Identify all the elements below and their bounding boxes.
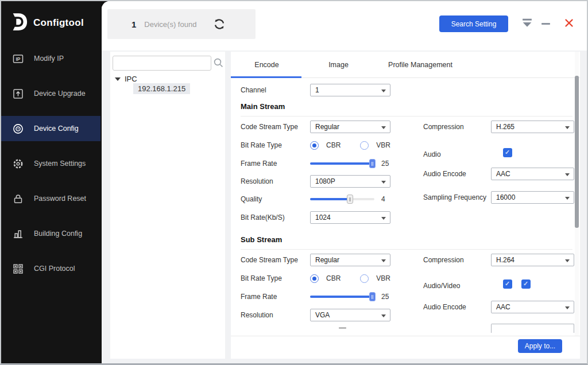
building-config-icon xyxy=(13,228,24,239)
apply-to-button[interactable]: Apply to... xyxy=(518,339,562,353)
devices-found-box: 1 Device(s) found xyxy=(107,9,256,39)
encode-settings-panel: Encode Image Profile Management Channel … xyxy=(231,52,580,359)
chevron-down-icon xyxy=(381,181,386,184)
tree-group-label: IPC xyxy=(125,75,137,83)
app-title: Configtool xyxy=(33,17,84,29)
chevron-down-icon xyxy=(381,217,386,220)
svg-text:IP: IP xyxy=(16,56,20,62)
slider-handle[interactable] xyxy=(369,292,376,301)
ms-compression-select[interactable]: H.265 xyxy=(491,121,574,133)
ms-audio-checkbox[interactable] xyxy=(503,148,512,157)
sidebar-item-label: Device Upgrade xyxy=(34,90,86,98)
tab-profile-management[interactable]: Profile Management xyxy=(374,52,466,77)
tab-encode[interactable]: Encode xyxy=(231,52,303,77)
channel-label: Channel xyxy=(241,84,266,96)
sidebar-item-label: Modify IP xyxy=(34,55,64,63)
close-icon[interactable] xyxy=(564,18,574,28)
password-reset-icon xyxy=(13,193,24,204)
chevron-down-icon xyxy=(381,126,386,129)
cutoff-slider-handle xyxy=(339,327,346,329)
sidebar-item-label: Device Config xyxy=(34,125,79,133)
chevron-down-icon xyxy=(381,259,386,262)
scrollbar-thumb[interactable] xyxy=(575,76,579,228)
ms-sampling-frequency-select[interactable]: 16000 xyxy=(491,191,574,204)
main-area: 1 Device(s) found Search Setting xyxy=(102,1,587,363)
device-upgrade-icon xyxy=(13,88,24,99)
tab-image[interactable]: Image xyxy=(303,52,374,77)
tree-device-ip[interactable]: 192.168.1.215 xyxy=(133,83,190,94)
minimize-icon[interactable] xyxy=(541,23,550,25)
sidebar-item-device-config[interactable]: Device Config xyxy=(1,116,100,141)
device-tree-panel: IPC 192.168.1.215 xyxy=(110,52,225,359)
ms-compression-label: Compression xyxy=(423,121,464,133)
sidebar-item-label: Password Reset xyxy=(34,195,86,203)
tree-group-ipc[interactable]: IPC xyxy=(115,75,137,83)
devices-found-label: Device(s) found xyxy=(144,20,196,29)
chevron-down-icon xyxy=(565,126,570,129)
top-header: 1 Device(s) found Search Setting xyxy=(102,1,587,51)
ms-bit-rate-select[interactable]: 1024 xyxy=(310,211,390,224)
ss-video-checkbox[interactable] xyxy=(521,279,531,289)
sidebar-item-system-settings[interactable]: System Settings xyxy=(1,151,100,176)
vertical-scrollbar[interactable] xyxy=(575,52,579,336)
device-search-input[interactable] xyxy=(113,56,211,71)
sidebar: Configtool IP Modify IP Device Upgrade D… xyxy=(1,1,100,363)
sidebar-item-building-config[interactable]: Building Config xyxy=(1,221,100,246)
sidebar-item-modify-ip[interactable]: IP Modify IP xyxy=(1,46,100,71)
search-icon[interactable] xyxy=(213,57,224,68)
ss-audio-encode-select[interactable]: AAC xyxy=(491,301,574,313)
collapse-window-icon[interactable] xyxy=(522,18,532,28)
dahua-logo-icon xyxy=(11,13,28,33)
chevron-down-icon xyxy=(381,90,386,92)
sidebar-item-label: System Settings xyxy=(34,160,86,168)
ss-audio-checkbox[interactable] xyxy=(503,279,512,289)
sidebar-item-password-reset[interactable]: Password Reset xyxy=(1,186,100,211)
refresh-icon[interactable] xyxy=(212,17,226,31)
chevron-down-icon xyxy=(565,306,570,309)
ms-sampling-frequency-label: Sampling Frequency xyxy=(423,191,486,204)
configtool-window: Configtool IP Modify IP Device Upgrade D… xyxy=(0,0,588,365)
chevron-down-icon xyxy=(565,197,570,200)
app-logo: Configtool xyxy=(11,13,84,33)
ms-bit-rate-label: Bit Rate(Kb/S) xyxy=(241,211,285,224)
tab-bar: Encode Image Profile Management xyxy=(231,52,580,78)
ss-code-stream-type-select[interactable]: Regular xyxy=(310,254,390,266)
chevron-down-icon xyxy=(565,259,570,262)
system-settings-icon xyxy=(13,158,24,169)
cutoff-dropdown[interactable] xyxy=(491,324,574,333)
section-divider xyxy=(241,116,572,117)
ms-audio-label: Audio xyxy=(423,143,441,165)
sidebar-item-cgi-protocol[interactable]: CGI Protocol xyxy=(1,256,100,281)
sidebar-item-label: CGI Protocol xyxy=(34,265,75,273)
ms-code-stream-type-label: Code Stream Type xyxy=(241,121,298,133)
chevron-down-icon xyxy=(381,314,386,317)
channel-select[interactable]: 1 xyxy=(310,84,390,96)
sub-stream-title: Sub Stream xyxy=(241,235,282,244)
ms-code-stream-type-select[interactable]: Regular xyxy=(310,121,390,133)
search-setting-button[interactable]: Search Setting xyxy=(439,15,508,32)
modify-ip-icon: IP xyxy=(13,53,24,64)
cgi-protocol-icon xyxy=(13,263,24,274)
device-count: 1 xyxy=(131,20,136,29)
chevron-down-icon xyxy=(565,173,570,176)
slider-handle[interactable] xyxy=(369,159,376,168)
ss-audio-encode-label: Audio Encode xyxy=(423,301,466,313)
device-config-icon xyxy=(13,123,24,134)
sidebar-item-device-upgrade[interactable]: Device Upgrade xyxy=(1,81,100,106)
ss-compression-label: Compression xyxy=(423,254,464,266)
content-body: IPC 192.168.1.215 Encode Image Profile M… xyxy=(102,51,587,363)
tree-expander-icon[interactable] xyxy=(115,77,121,81)
ss-compression-select[interactable]: H.264 xyxy=(491,254,574,266)
section-divider xyxy=(241,249,572,250)
sidebar-item-label: Building Config xyxy=(34,230,82,238)
ms-audio-encode-select[interactable]: AAC xyxy=(491,168,574,180)
footer-divider xyxy=(231,336,580,336)
ss-code-stream-type-label: Code Stream Type xyxy=(241,254,298,266)
main-stream-title: Main Stream xyxy=(241,102,285,111)
ms-audio-encode-label: Audio Encode xyxy=(423,168,466,180)
